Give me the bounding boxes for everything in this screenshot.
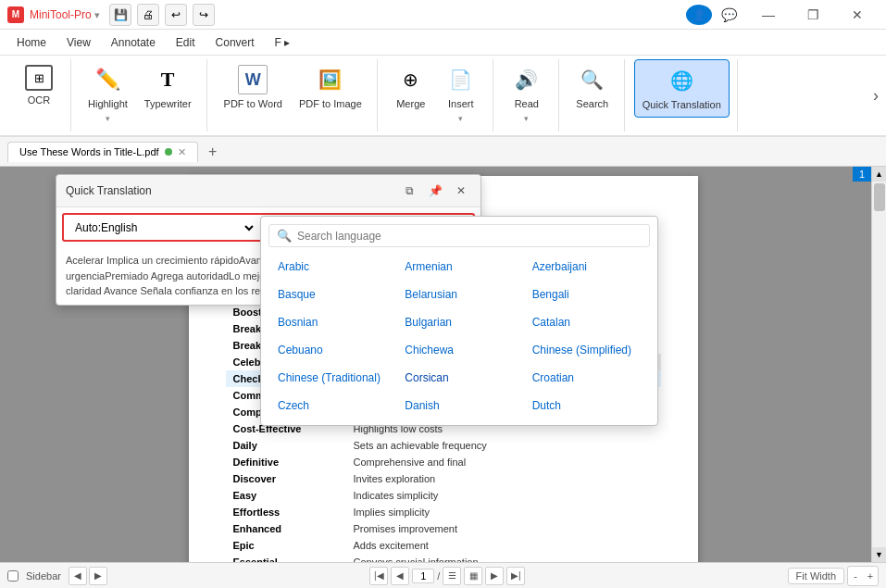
user-avatar[interactable]: 👤 [686,5,712,25]
ocr-label: OCR [28,94,50,106]
save-button[interactable]: 💾 [109,4,131,26]
table-row: DiscoverInvites exploration [226,470,661,487]
menu-more[interactable]: F ▸ [266,32,300,53]
panel-close-button[interactable]: ✕ [451,181,471,201]
quick-translation-icon: 🌐 [667,66,696,95]
lang-option-dutch[interactable]: Dutch [523,394,650,418]
lang-option-corsican[interactable]: Corsican [395,366,522,390]
print-button[interactable]: 🖨 [137,4,159,26]
menu-convert[interactable]: Convert [206,32,264,53]
search-button[interactable]: 🔍 Search [568,59,617,116]
first-page-button[interactable]: |◀ [369,567,388,585]
prev-page-button[interactable]: ◀ [391,567,409,585]
table-row: EssentialConveys crucial information [226,554,661,562]
tab-close-icon[interactable]: ✕ [178,146,186,158]
lang-option-danish[interactable]: Danish [395,394,522,418]
scroll-down-button[interactable]: ▼ [872,547,886,562]
insert-label: Insert [448,98,474,110]
read-button[interactable]: 🔊 Read ▾ [503,59,551,129]
translation-panel: Quick Translation ⧉ 📌 ✕ Auto:English ⇌ S… [56,174,481,306]
table-row: EasyIndicates simplicity [226,487,661,504]
ocr-button[interactable]: ⊞ OCR [15,59,63,112]
pdf-to-image-icon: 🖼️ [316,65,345,94]
page-number-input[interactable] [412,569,434,583]
lang-option-catalan[interactable]: Catalan [523,310,650,334]
lang-option-czech[interactable]: Czech [268,394,395,418]
pdf-to-image-button[interactable]: 🖼️ PDF to Image [292,59,369,116]
status-bar: Sidebar ◀ ▶ |◀ ◀ / ☰ ▦ ▶ ▶| Fit Width - … [0,562,886,588]
lang-option-chinese-traditional[interactable]: Chinese (Traditional) [268,366,395,390]
lang-option-bosnian[interactable]: Bosnian [268,310,395,334]
typewriter-button[interactable]: T Typewriter [137,59,199,116]
ribbon-group-convert: W PDF to Word 🖼️ PDF to Image [209,59,378,131]
doc-scrollbar: ▲ ▼ [871,167,886,562]
lang-search-container: 🔍 [268,224,650,247]
typewriter-icon: T [153,65,182,94]
sidebar-next-button[interactable]: ▶ [89,567,107,585]
pdf-to-word-button[interactable]: W PDF to Word [217,59,290,116]
lang-option-chichewa[interactable]: Chichewa [395,338,522,362]
minimize-button[interactable]: — [747,0,790,30]
menu-view[interactable]: View [57,32,100,53]
chat-icon[interactable]: 💬 [716,5,742,25]
insert-button[interactable]: 📄 Insert ▾ [437,59,485,129]
menu-bar: Home View Annotate Edit Convert F ▸ [0,30,886,56]
next-page-button[interactable]: ▶ [485,567,504,585]
fit-width-dropdown[interactable]: Fit Width [788,568,844,584]
lang-option-croatian[interactable]: Croatian [523,366,650,390]
scroll-up-button[interactable]: ▲ [872,167,886,181]
ribbon: ⊞ OCR ✏️ Highlight ▾ T Typewriter W PDF … [0,56,886,137]
menu-annotate[interactable]: Annotate [102,32,165,53]
search-lang-icon: 🔍 [277,229,292,243]
ribbon-group-ocr: ⊞ OCR [7,59,71,131]
lang-option-azerbaijani[interactable]: Azerbaijani [523,255,650,279]
page-separator: / [437,570,440,582]
table-row: EpicAdds excitement [226,537,661,554]
menu-home[interactable]: Home [7,32,56,53]
table-row: EffortlessImplies simplicity [226,504,661,520]
lang-search-input[interactable] [297,230,642,243]
lang-option-belarusian[interactable]: Belarusian [395,282,522,307]
ribbon-group-search: 🔍 Search [561,59,625,131]
pdf-to-word-label: PDF to Word [224,98,282,110]
lang-option-bulgarian[interactable]: Bulgarian [395,310,522,334]
sidebar-prev-button[interactable]: ◀ [69,567,87,585]
ribbon-chevron[interactable]: › [873,59,879,131]
active-tab[interactable]: Use These Words in Title-L.pdf ✕ [7,142,198,162]
zoom-in-button[interactable]: + [863,567,878,585]
merge-button[interactable]: ⊕ Merge [387,59,435,116]
window-controls: — ❐ ✕ [747,0,879,30]
ribbon-group-read: 🔊 Read ▾ [495,59,559,131]
pdf-to-word-icon: W [238,65,268,94]
menu-edit[interactable]: Edit [167,32,205,53]
undo-button[interactable]: ↩ [165,4,187,26]
lang-option-armenian[interactable]: Armenian [395,255,522,279]
highlight-button[interactable]: ✏️ Highlight ▾ [81,59,135,129]
title-bar: M MiniTool-Pro ▾ 💾 🖨 ↩ ↪ 👤 💬 — ❐ ✕ [0,0,886,30]
add-tab-button[interactable]: + [202,141,224,163]
lang-option-arabic[interactable]: Arabic [268,255,395,279]
panel-pin-button[interactable]: 📌 [425,181,445,201]
page-navigation: |◀ ◀ / ☰ ▦ ▶ ▶| [369,567,525,585]
source-lang-select[interactable]: Auto:English [71,220,256,235]
thumbnail-button[interactable]: ▦ [464,567,482,585]
zoom-out-button[interactable]: - [848,567,863,585]
zoom-control-group: - + [847,566,879,586]
tab-label: Use These Words in Title-L.pdf [19,146,159,157]
panel-restore-button[interactable]: ⧉ [399,181,419,201]
lang-option-cebuano[interactable]: Cebuano [268,338,395,362]
sidebar-checkbox[interactable] [7,570,19,582]
ribbon-group-merge-insert: ⊕ Merge 📄 Insert ▾ [380,59,493,131]
restore-button[interactable]: ❐ [792,0,834,30]
quick-translation-button[interactable]: 🌐 Quick Translation [634,59,730,118]
last-page-button[interactable]: ▶| [506,567,525,585]
page-list-button[interactable]: ☰ [443,567,461,585]
scroll-track [872,181,886,547]
lang-option-chinese-simplified[interactable]: Chinese (Simplified) [523,338,650,362]
lang-option-bengali[interactable]: Bengali [523,282,650,307]
close-button[interactable]: ✕ [836,0,879,30]
lang-option-basque[interactable]: Basque [268,282,395,307]
redo-button[interactable]: ↪ [193,4,215,26]
table-row: EnhancedPromises improvement [226,520,661,537]
read-icon: 🔊 [512,65,542,94]
